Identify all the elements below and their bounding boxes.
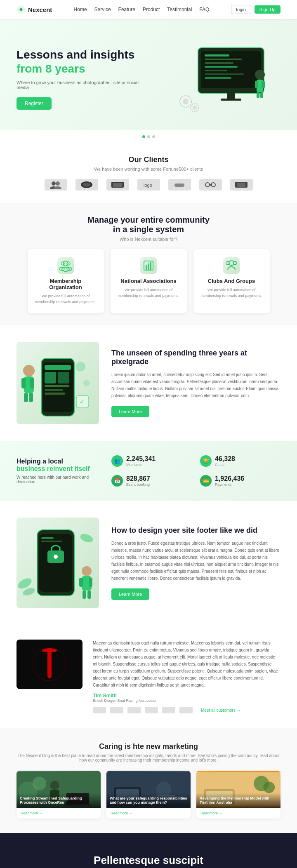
testi-logo-1: [93, 707, 106, 713]
feature-section: ✓ The unseen of spending three years at …: [0, 325, 297, 441]
client-logo-3: [106, 179, 129, 191]
stat-clubs-value: 46,328 Clubs: [215, 455, 235, 467]
svg-rect-74: [41, 541, 62, 542]
nav-home[interactable]: Home: [74, 7, 87, 12]
testimonial-logos: Meet all customers →: [93, 707, 280, 713]
svg-point-78: [82, 566, 92, 576]
blog-card-2: What are your safeguarding responsibilit…: [106, 771, 191, 819]
blog-readmore-3[interactable]: Readmore →: [196, 808, 280, 819]
testimonial-image: [16, 640, 82, 689]
testimonial-content: Maecenas dignissim justo eget nulla rutr…: [93, 640, 280, 713]
svg-rect-6: [205, 62, 233, 64]
logo-text: Nexcent: [28, 6, 52, 13]
nav-actions: login Sign Up: [231, 5, 280, 14]
register-button[interactable]: Register: [16, 97, 52, 110]
client-logo-6: [199, 179, 222, 191]
hero-title: Lessons and insights from 8 years: [16, 48, 148, 75]
feature-content: The unseen of spending three years at pi…: [111, 349, 280, 417]
stat-events-icon: 📅: [111, 475, 123, 487]
svg-point-38: [63, 261, 68, 266]
svg-rect-81: [89, 578, 92, 587]
nav-product[interactable]: Product: [143, 7, 160, 12]
svg-rect-12: [221, 99, 241, 101]
svg-point-22: [193, 106, 197, 110]
svg-rect-83: [87, 590, 91, 599]
svg-rect-9: [205, 73, 244, 75]
testi-logo-4: [145, 707, 158, 713]
logo[interactable]: Nexcent: [16, 5, 52, 14]
svg-rect-11: [227, 93, 235, 99]
card-clubs: Clubs And Groups We provide full automat…: [193, 249, 270, 313]
svg-rect-56: [45, 385, 69, 387]
svg-rect-37: [237, 183, 245, 187]
clubs-icon: [223, 257, 240, 274]
howto-section: How to design yoer site footer like we d…: [0, 501, 297, 625]
community-cards: Membership Organization We provide full …: [16, 249, 280, 313]
stats-section: Helping a local business reinvent itself…: [0, 441, 297, 501]
meet-customers-link[interactable]: Meet all customers →: [201, 708, 241, 713]
login-button[interactable]: login: [231, 5, 251, 14]
dot-3[interactable]: [152, 135, 155, 138]
hero-illustration: [165, 40, 280, 118]
howto-content: How to design yoer site footer like we d…: [111, 526, 280, 600]
svg-point-20: [183, 99, 189, 104]
howto-learn-button[interactable]: Learn More: [111, 588, 149, 600]
blog-card-3: Revamping the Membership Model with Tria…: [196, 771, 280, 819]
stat-events-value: 828,867 Event booking: [126, 475, 150, 487]
hero-text: Lessons and insights from 8 years Where …: [16, 48, 148, 109]
svg-rect-61: [21, 378, 26, 388]
national-icon: [140, 257, 157, 274]
blog-readmore-2[interactable]: Readmore →: [106, 808, 191, 819]
blog-image-2: What are your safeguarding responsibilit…: [106, 771, 191, 808]
svg-point-89: [50, 781, 59, 790]
svg-point-65: [75, 362, 85, 372]
svg-rect-17: [257, 92, 259, 98]
svg-point-101: [263, 781, 275, 793]
svg-text:logo: logo: [144, 183, 152, 188]
community-title: Manage your entire community in a single…: [16, 215, 280, 234]
card-national-text: We provide full automation of membership…: [117, 287, 181, 299]
clients-title: Our Clients: [16, 155, 280, 164]
nav-testimonial[interactable]: Testimonial: [167, 7, 192, 12]
hero-dots: [0, 130, 297, 143]
stat-events: 📅 828,867 Event booking: [111, 475, 192, 487]
stat-members: 👥 2,245,341 Members: [111, 455, 192, 467]
svg-text:✓: ✓: [80, 398, 85, 405]
community-subtitle: Who is Nexcent suitable for?: [16, 237, 280, 242]
dot-2[interactable]: [147, 135, 150, 138]
svg-rect-64: [29, 393, 33, 402]
stat-members-value: 2,245,341 Members: [126, 455, 156, 467]
signup-button[interactable]: Sign Up: [255, 5, 280, 14]
blog-subtitle: The Nexcent blog is the best place to re…: [16, 753, 280, 762]
stat-clubs-icon: 🏆: [200, 455, 212, 467]
client-logo-4: logo: [137, 179, 160, 191]
stat-payments: 💳 1,926,436 Payments: [200, 475, 280, 487]
svg-point-59: [23, 365, 35, 376]
stat-members-icon: 👥: [111, 455, 123, 467]
svg-point-72: [54, 555, 58, 559]
svg-rect-46: [148, 263, 149, 270]
card-membership-text: We provide full automation of membership…: [34, 294, 98, 305]
community-section: Manage your entire community in a single…: [0, 203, 297, 325]
card-national-title: National Associations: [117, 278, 181, 284]
howto-text: Donec a eros justo. Fusce egestas tristi…: [111, 540, 280, 582]
svg-rect-15: [255, 81, 258, 88]
blog-title: Caring is hte new marketing: [16, 742, 280, 751]
clients-subtitle: We have been working with some Fortune50…: [16, 167, 280, 172]
svg-rect-47: [150, 262, 151, 270]
blog-card-2-title: What are your safeguarding responsibilit…: [110, 796, 187, 804]
svg-rect-82: [82, 590, 86, 599]
nav-feature[interactable]: Feature: [118, 7, 135, 12]
dot-1[interactable]: [142, 135, 145, 138]
svg-point-41: [62, 267, 69, 271]
svg-rect-35: [209, 184, 212, 186]
nav-service[interactable]: Service: [94, 7, 111, 12]
svg-point-23: [52, 181, 56, 186]
feature-title: The unseen of spending three years at pi…: [111, 349, 280, 366]
blog-readmore-1[interactable]: Readmore →: [16, 808, 101, 819]
svg-rect-8: [205, 70, 227, 71]
howto-title: How to design yoer site footer like we d…: [111, 526, 280, 535]
feature-learn-button[interactable]: Learn More: [111, 406, 149, 417]
nav-faq[interactable]: FAQ: [199, 7, 209, 12]
card-clubs-text: We provide full automation of membership…: [200, 287, 264, 299]
